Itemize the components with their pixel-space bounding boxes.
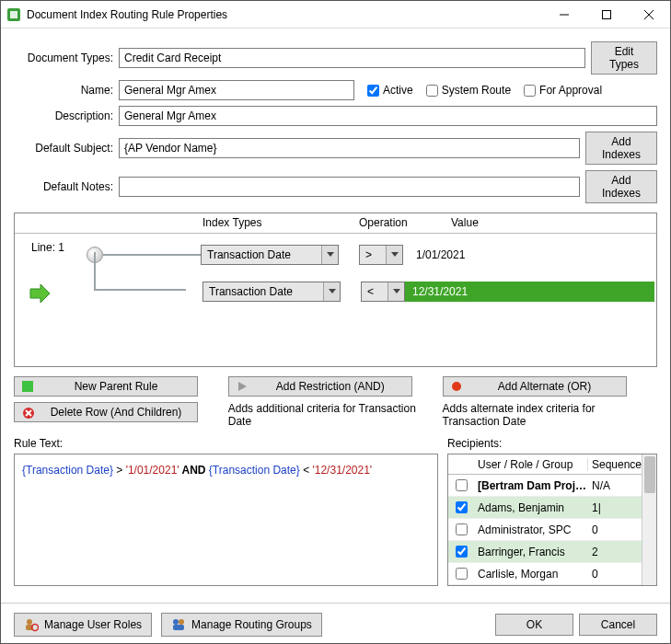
rule-row[interactable]: Transaction Date < 12/31/2021: [31, 282, 656, 302]
manage-routing-groups-button[interactable]: Manage Routing Groups: [161, 613, 322, 637]
delete-row-button[interactable]: Delete Row (And Children): [14, 402, 198, 422]
svg-point-21: [179, 619, 184, 625]
active-checkbox[interactable]: [367, 85, 379, 97]
rules-header-index: Index Types: [197, 213, 353, 233]
chevron-down-icon: [323, 282, 340, 301]
recipient-checkbox[interactable]: [456, 568, 468, 580]
svg-point-17: [27, 619, 32, 625]
recipient-sequence[interactable]: N/A: [588, 479, 642, 492]
svg-rect-3: [603, 10, 611, 18]
footer: Manage User Roles Manage Routing Groups …: [1, 603, 670, 644]
new-parent-rule-button[interactable]: New Parent Rule: [14, 376, 198, 397]
system-route-checkbox[interactable]: [426, 85, 438, 97]
for-approval-label: For Approval: [539, 84, 602, 97]
ok-button[interactable]: OK: [495, 614, 573, 636]
active-label: Active: [383, 84, 413, 97]
value-cell-selected[interactable]: 12/31/2021: [405, 282, 654, 302]
recipient-row[interactable]: Carlisle, Morgan0: [448, 563, 642, 585]
manage-user-roles-button[interactable]: Manage User Roles: [14, 613, 152, 637]
recipients-table: User / Role / Group Sequence [Bertram Da…: [447, 454, 657, 586]
description-input[interactable]: [119, 106, 657, 126]
operation-dropdown[interactable]: >: [359, 245, 403, 265]
svg-marker-8: [391, 252, 399, 257]
tree-connector: [94, 289, 186, 291]
recipient-sequence[interactable]: 0: [588, 523, 642, 536]
svg-point-16: [452, 382, 461, 391]
default-subject-label: Default Subject:: [14, 142, 119, 155]
svg-marker-7: [327, 252, 334, 257]
rules-header-value: Value: [445, 213, 656, 233]
operation-dropdown[interactable]: <: [361, 282, 405, 302]
recipient-name: [Bertram Dam Proje...: [474, 479, 588, 492]
rule-text-label: Rule Text:: [14, 437, 438, 450]
delete-icon: [22, 407, 33, 418]
recipient-name: Administrator, SPC: [474, 523, 588, 536]
recipient-row[interactable]: Administrator, SPC0: [448, 519, 642, 541]
recipient-sequence[interactable]: 0: [588, 568, 642, 581]
recipient-checkbox[interactable]: [456, 546, 468, 558]
active-checkbox-wrap[interactable]: Active: [367, 84, 413, 97]
add-indexes-subject-button[interactable]: Add Indexes: [585, 132, 657, 165]
recipient-sequence[interactable]: 1|: [588, 501, 642, 514]
recipients-col-seq[interactable]: Sequence: [588, 458, 642, 471]
recipients-col-user[interactable]: User / Role / Group: [474, 458, 588, 471]
rule-row[interactable]: Transaction Date > 1/01/2021: [31, 245, 656, 265]
recipient-row[interactable]: [Bertram Dam Proje...N/A: [448, 475, 642, 497]
svg-marker-10: [393, 289, 400, 293]
rules-header: Index Types Operation Value: [15, 213, 656, 234]
add-alternate-button[interactable]: Add Alternate (OR): [443, 376, 627, 397]
rule-text-index: {Transaction Date}: [209, 464, 300, 477]
svg-rect-1: [10, 11, 17, 18]
minimize-button[interactable]: [543, 1, 585, 29]
edit-types-button[interactable]: Edit Types: [591, 41, 657, 75]
titlebar: Document Index Routing Rule Properties: [1, 1, 670, 29]
recipient-row[interactable]: Adams, Benjamin1|: [448, 497, 642, 519]
description-label: Description:: [14, 109, 119, 122]
record-icon: [451, 381, 462, 392]
svg-marker-6: [30, 284, 50, 303]
recipients-label: Recipients:: [447, 437, 657, 450]
content: Document Types: Edit Types Name: Active …: [1, 29, 670, 603]
recipient-checkbox[interactable]: [456, 479, 468, 491]
tree-connector: [94, 252, 96, 289]
svg-rect-22: [173, 625, 184, 630]
system-route-checkbox-wrap[interactable]: System Route: [426, 84, 511, 97]
play-icon: [237, 381, 248, 392]
add-restriction-button[interactable]: Add Restriction (AND): [228, 376, 412, 397]
scroll-thumb[interactable]: [644, 456, 655, 493]
chevron-down-icon: [386, 246, 402, 264]
recipient-sequence[interactable]: 2: [588, 546, 642, 558]
app-icon: [6, 7, 21, 22]
for-approval-checkbox-wrap[interactable]: For Approval: [524, 84, 602, 97]
rules-header-operation: Operation: [353, 213, 445, 233]
green-square-icon: [22, 381, 33, 392]
recipients-header: User / Role / Group Sequence: [448, 454, 642, 475]
value-cell[interactable]: 1/01/2021: [416, 248, 465, 261]
recipients-scrollbar[interactable]: [642, 454, 656, 585]
index-type-dropdown[interactable]: Transaction Date: [202, 282, 341, 302]
user-role-icon: [24, 617, 39, 632]
line-label: Line: 1: [31, 241, 64, 254]
recipient-checkbox[interactable]: [456, 501, 468, 513]
current-row-arrow-icon: [28, 282, 52, 308]
close-button[interactable]: [628, 1, 670, 29]
chevron-down-icon: [321, 246, 338, 264]
recipient-name: Adams, Benjamin: [474, 501, 588, 514]
recipient-checkbox[interactable]: [456, 523, 468, 535]
chevron-down-icon: [388, 282, 404, 301]
cancel-button[interactable]: Cancel: [579, 614, 657, 636]
index-type-dropdown[interactable]: Transaction Date: [201, 245, 339, 265]
document-types-label: Document Types:: [14, 52, 119, 64]
maximize-button[interactable]: [585, 1, 628, 29]
name-input[interactable]: [119, 80, 354, 100]
add-indexes-notes-button[interactable]: Add Indexes: [585, 170, 657, 203]
for-approval-checkbox[interactable]: [524, 85, 536, 97]
recipient-name: Carlisle, Morgan: [474, 568, 588, 581]
rules-panel: Index Types Operation Value Line: 1 Tran…: [14, 213, 657, 367]
rule-text-box[interactable]: {Transaction Date} > '1/01/2021' AND {Tr…: [14, 454, 438, 586]
svg-marker-9: [329, 289, 336, 293]
default-notes-input[interactable]: [119, 177, 580, 197]
recipient-row[interactable]: Barringer, Francis2: [448, 541, 642, 563]
document-types-input[interactable]: [119, 48, 585, 68]
default-subject-input[interactable]: [119, 138, 580, 158]
